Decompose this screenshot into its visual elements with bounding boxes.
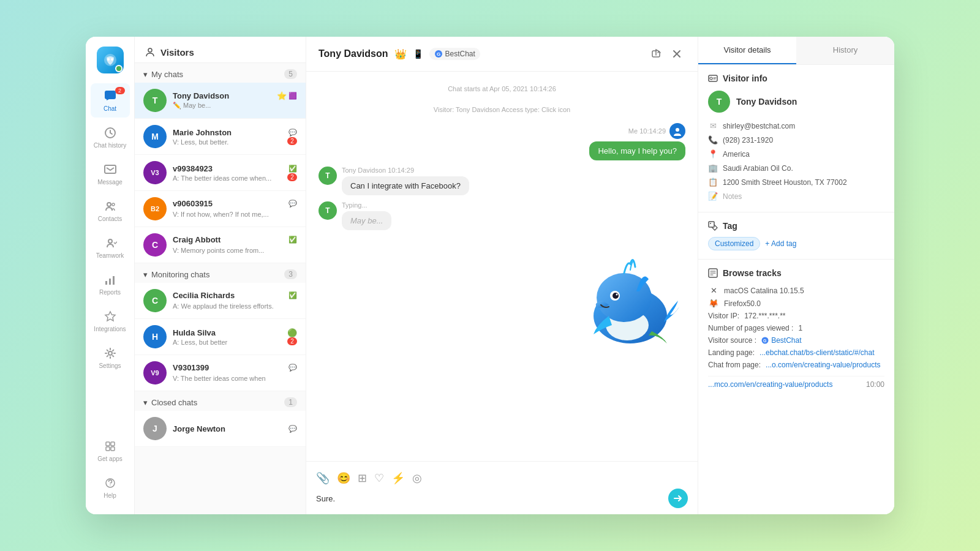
marie-preview: V: Less, but better. [173,138,228,146]
avatar-craig: C [143,233,167,257]
chat-header-left: Tony Davidson 👑 📱 G BestChat [318,48,480,60]
chat-item-v9301399[interactable]: V9 V9301399 💬 V: The better ideas come w… [135,355,306,391]
grid-icon[interactable]: ⊞ [358,471,367,485]
attachment-icon[interactable]: 📎 [316,471,330,485]
chat-item-v99384923[interactable]: V3 v99384923 ✅ A: The better ideas come … [135,155,306,191]
tab-history[interactable]: History [796,37,894,64]
chat-toolbar: 📎 😊 ⊞ ♡ ⚡ ◎ [316,468,688,489]
svg-point-19 [110,484,111,485]
email-row: ✉ shirley@bestchat.com [708,119,884,133]
svg-text:G: G [763,339,767,343]
sidebar-item-message[interactable]: Message [91,157,130,191]
online-indicator [115,65,123,72]
right-panel-tabs: Visitor details History [698,37,894,65]
sidebar-item-reports[interactable]: Reports [91,267,130,301]
google-icon: G [434,50,443,58]
logo[interactable] [97,47,124,73]
avatar-v93: V9 [143,361,167,384]
monitoring-section-header[interactable]: ▾ Monitoring chats 3 [135,263,306,283]
sidebar-item-help[interactable]: Help [91,470,130,504]
sidebar-history-label: Chat history [94,142,126,149]
avatar-jorge: J [143,417,167,440]
share-button[interactable] [647,45,665,62]
msg-bubble-sent: Hello, may I help you? [589,141,685,160]
closed-count: 1 [284,397,297,407]
chat-item-v90603915[interactable]: B2 v90603915 💬 V: If not how, when? If n… [135,191,306,227]
help-label: Help [104,492,116,499]
sidebar-item-get-apps[interactable]: Get apps [91,433,130,468]
sidebar-item-teamwork[interactable]: Teamwork [91,230,130,264]
browser-row: 🦊 Firefox50.0 [708,297,884,310]
avatar-cecilia: C [143,289,167,312]
heart-icon[interactable]: ♡ [374,471,384,485]
footer-page-url[interactable]: ...mco.com/en/creating-value/products [708,380,832,389]
msg-row-sent: Me 10:14:29 Hello, may I help you? [318,123,685,160]
sidebar: Chat 2 Chat history Message [86,37,135,514]
system-msg-2: Visitor: Tony Davidson Access type: Clic… [318,106,685,113]
chat-header: Tony Davidson 👑 📱 G BestChat [306,37,698,72]
chat-info-hulda: Hulda Silva 🟢 A: Less, but better 2 [173,328,297,346]
svg-rect-3 [105,91,116,99]
tag-customized[interactable]: Customized [708,237,760,250]
visitor-ip-label: Visitor IP: [708,312,739,320]
lightning-icon[interactable]: ⚡ [391,471,405,485]
chat-item-cecilia[interactable]: C Cecilia Richards ✅ A: We applaud the t… [135,283,306,319]
pages-viewed-row: Number of pages viewed : 1 [708,322,884,334]
svg-rect-14 [106,442,110,446]
svg-point-24 [676,128,679,132]
browse-tracks-label: Browse tracks [723,268,782,278]
integrations-icon [103,309,118,324]
pages-viewed-value: 1 [798,324,802,332]
location-value: America [723,150,750,159]
closed-section-header[interactable]: ▾ Closed chats 1 [135,391,306,411]
svg-point-13 [108,351,112,355]
sidebar-item-integrations[interactable]: Integrations [91,304,130,338]
sidebar-item-settings[interactable]: Settings [91,340,130,375]
browse-title: Browse tracks [708,268,884,278]
add-tag-button[interactable]: + Add tag [765,239,796,248]
visitor-info-section: Visitor info T Tony Davidson ✉ shirley@b… [698,65,894,212]
sidebar-item-contacts[interactable]: Contacts [91,193,130,228]
visitor-source-label: Visitor source : [708,336,756,345]
emoji-icon[interactable]: 😊 [337,471,350,485]
circle-icon[interactable]: ◎ [412,471,422,485]
visitors-icon [145,47,156,58]
send-button[interactable] [668,489,688,508]
chat-from-value[interactable]: ...o.com/en/creating-value/products [766,361,880,369]
sidebar-item-chat[interactable]: Chat 2 [91,83,130,118]
visitor-source-value[interactable]: BestChat [771,336,801,345]
svg-rect-17 [111,447,115,451]
chat-item-jorge[interactable]: J Jorge Newton 💬 [135,411,306,447]
system-msg-1: Chat starts at Apr 05, 2021 10:14:26 [318,85,685,92]
tab-visitor-details[interactable]: Visitor details [698,37,796,64]
notes-row[interactable]: 📝 Notes [708,189,884,203]
svg-rect-5 [105,165,116,173]
chat-header-name: Tony Davidson [318,48,388,59]
svg-rect-9 [105,281,107,285]
svg-marker-12 [105,312,115,321]
landing-page-value[interactable]: ...ebchat.chat/bs-client/static/#/chat [760,348,874,357]
chat-item-marie[interactable]: M Marie Johnston 💬 V: Less, but better. … [135,119,306,155]
get-apps-label: Get apps [97,455,123,462]
svg-text:G: G [437,51,440,57]
svg-rect-15 [111,442,115,446]
sidebar-item-chat-history[interactable]: Chat history [91,120,130,154]
phone-icon: 📞 [708,135,718,144]
chat-item-tony[interactable]: T Tony Davidson ⭐ 🟪 ✏️ May be... [135,83,306,119]
browse-icon [708,268,718,278]
chat-name-cecilia: Cecilia Richards [173,291,235,300]
close-chat-button[interactable] [668,45,685,62]
chat-input[interactable] [316,494,662,503]
msg-content-sent: Me 10:14:29 Hello, may I help you? [589,123,685,160]
chat-name-marie: Marie Johnston [173,128,232,137]
chat-item-hulda[interactable]: H Hulda Silva 🟢 A: Less, but better 2 [135,319,306,355]
my-chats-section-header[interactable]: ▾ My chats 5 [135,63,306,83]
right-panel: Visitor details History Visitor info T T… [698,37,894,514]
svg-point-34 [710,223,711,224]
sidebar-contacts-label: Contacts [98,216,122,222]
svg-rect-16 [106,447,110,451]
chat-item-craig[interactable]: C Craig Abbott ✅ V: Memory points come f… [135,227,306,263]
msg-meta-sent: Me 10:14:29 [589,123,685,139]
svg-point-32 [710,77,712,80]
chat-history-icon [103,126,118,140]
